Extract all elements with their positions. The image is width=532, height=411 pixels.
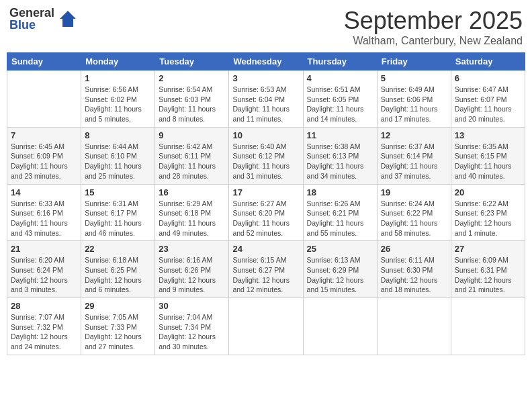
day-info: Sunrise: 6:15 AMSunset: 6:27 PMDaylight:…	[232, 255, 299, 295]
calendar-cell: 30Sunrise: 7:04 AMSunset: 7:34 PMDayligh…	[155, 298, 229, 355]
calendar-cell: 5Sunrise: 6:49 AMSunset: 6:06 PMDaylight…	[377, 71, 451, 128]
day-number: 25	[307, 244, 373, 254]
calendar-cell: 2Sunrise: 6:54 AMSunset: 6:03 PMDaylight…	[155, 71, 229, 128]
day-info: Sunrise: 6:33 AMSunset: 6:16 PMDaylight:…	[11, 199, 77, 238]
calendar-cell: 23Sunrise: 6:16 AMSunset: 6:26 PMDayligh…	[155, 241, 229, 298]
calendar-cell: 17Sunrise: 6:27 AMSunset: 6:20 PMDayligh…	[229, 184, 303, 241]
calendar-cell: 10Sunrise: 6:40 AMSunset: 6:12 PMDayligh…	[229, 127, 303, 184]
calendar-week-row: 1Sunrise: 6:56 AMSunset: 6:02 PMDaylight…	[7, 71, 525, 128]
day-info: Sunrise: 6:53 AMSunset: 6:04 PMDaylight:…	[232, 85, 299, 124]
calendar-cell: 24Sunrise: 6:15 AMSunset: 6:27 PMDayligh…	[229, 241, 303, 298]
day-number: 11	[307, 130, 373, 140]
day-info: Sunrise: 6:31 AMSunset: 6:17 PMDaylight:…	[85, 199, 151, 238]
day-number: 2	[159, 73, 225, 83]
day-number: 16	[159, 187, 225, 197]
day-info: Sunrise: 6:45 AMSunset: 6:09 PMDaylight:…	[11, 142, 77, 181]
day-number: 15	[85, 187, 151, 197]
day-number: 6	[455, 73, 521, 83]
day-number: 8	[85, 130, 151, 140]
day-info: Sunrise: 6:42 AMSunset: 6:11 PMDaylight:…	[159, 142, 225, 181]
calendar-cell: 11Sunrise: 6:38 AMSunset: 6:13 PMDayligh…	[303, 127, 377, 184]
svg-marker-0	[60, 11, 76, 27]
calendar-week-row: 21Sunrise: 6:20 AMSunset: 6:24 PMDayligh…	[7, 241, 525, 298]
day-number: 29	[85, 301, 151, 311]
calendar-cell: 9Sunrise: 6:42 AMSunset: 6:11 PMDaylight…	[155, 127, 229, 184]
day-info: Sunrise: 6:18 AMSunset: 6:25 PMDaylight:…	[85, 255, 151, 295]
day-info: Sunrise: 6:11 AMSunset: 6:30 PMDaylight:…	[381, 255, 447, 295]
weekday-header: Sunday	[7, 53, 81, 71]
calendar-cell: 28Sunrise: 7:07 AMSunset: 7:32 PMDayligh…	[7, 298, 81, 355]
calendar-week-row: 14Sunrise: 6:33 AMSunset: 6:16 PMDayligh…	[7, 184, 525, 241]
day-info: Sunrise: 6:51 AMSunset: 6:05 PMDaylight:…	[307, 85, 373, 124]
logo-icon	[58, 9, 77, 28]
day-number: 1	[85, 73, 151, 83]
calendar-cell: 19Sunrise: 6:24 AMSunset: 6:22 PMDayligh…	[377, 184, 451, 241]
calendar-week-row: 28Sunrise: 7:07 AMSunset: 7:32 PMDayligh…	[7, 298, 525, 355]
day-number: 24	[232, 244, 299, 254]
calendar-cell: 1Sunrise: 6:56 AMSunset: 6:02 PMDaylight…	[81, 71, 155, 128]
day-number: 3	[232, 73, 299, 83]
day-number: 19	[381, 187, 447, 197]
day-info: Sunrise: 6:38 AMSunset: 6:13 PMDaylight:…	[307, 142, 373, 181]
calendar-cell: 12Sunrise: 6:37 AMSunset: 6:14 PMDayligh…	[377, 127, 451, 184]
calendar-cell	[303, 298, 377, 355]
calendar-cell: 15Sunrise: 6:31 AMSunset: 6:17 PMDayligh…	[81, 184, 155, 241]
day-info: Sunrise: 6:26 AMSunset: 6:21 PMDaylight:…	[307, 199, 373, 238]
day-number: 7	[11, 130, 77, 140]
day-info: Sunrise: 6:16 AMSunset: 6:26 PMDaylight:…	[159, 255, 225, 295]
calendar-cell: 29Sunrise: 7:05 AMSunset: 7:33 PMDayligh…	[81, 298, 155, 355]
calendar-cell: 25Sunrise: 6:13 AMSunset: 6:29 PMDayligh…	[303, 241, 377, 298]
day-info: Sunrise: 6:56 AMSunset: 6:02 PMDaylight:…	[85, 85, 151, 124]
weekday-header: Friday	[377, 53, 451, 71]
day-info: Sunrise: 7:07 AMSunset: 7:32 PMDaylight:…	[11, 312, 77, 352]
location-title: Waltham, Canterbury, New Zealand	[344, 35, 523, 47]
day-number: 14	[11, 187, 77, 197]
day-info: Sunrise: 6:13 AMSunset: 6:29 PMDaylight:…	[307, 255, 373, 295]
day-number: 10	[232, 130, 299, 140]
day-number: 27	[455, 244, 521, 254]
calendar-cell: 4Sunrise: 6:51 AMSunset: 6:05 PMDaylight…	[303, 71, 377, 128]
weekday-header: Saturday	[451, 53, 525, 71]
weekday-header: Wednesday	[229, 53, 303, 71]
calendar-week-row: 7Sunrise: 6:45 AMSunset: 6:09 PMDaylight…	[7, 127, 525, 184]
day-info: Sunrise: 6:24 AMSunset: 6:22 PMDaylight:…	[381, 199, 447, 238]
day-number: 28	[11, 301, 77, 311]
calendar-cell: 26Sunrise: 6:11 AMSunset: 6:30 PMDayligh…	[377, 241, 451, 298]
day-info: Sunrise: 6:20 AMSunset: 6:24 PMDaylight:…	[11, 255, 77, 295]
calendar-cell: 22Sunrise: 6:18 AMSunset: 6:25 PMDayligh…	[81, 241, 155, 298]
day-number: 9	[159, 130, 225, 140]
calendar-cell	[377, 298, 451, 355]
day-info: Sunrise: 6:47 AMSunset: 6:07 PMDaylight:…	[455, 85, 521, 124]
day-number: 22	[85, 244, 151, 254]
weekday-header: Thursday	[303, 53, 377, 71]
title-section: September 2025 Waltham, Canterbury, New …	[344, 7, 523, 47]
calendar-cell: 13Sunrise: 6:35 AMSunset: 6:15 PMDayligh…	[451, 127, 525, 184]
day-info: Sunrise: 6:44 AMSunset: 6:10 PMDaylight:…	[85, 142, 151, 181]
day-info: Sunrise: 6:09 AMSunset: 6:31 PMDaylight:…	[455, 255, 521, 295]
calendar-cell: 3Sunrise: 6:53 AMSunset: 6:04 PMDaylight…	[229, 71, 303, 128]
day-number: 5	[381, 73, 447, 83]
logo: General Blue	[9, 7, 77, 31]
month-title: September 2025	[344, 7, 523, 35]
day-number: 21	[11, 244, 77, 254]
calendar-cell: 27Sunrise: 6:09 AMSunset: 6:31 PMDayligh…	[451, 241, 525, 298]
page-header: General Blue September 2025 Waltham, Can…	[7, 7, 525, 47]
calendar-cell: 16Sunrise: 6:29 AMSunset: 6:18 PMDayligh…	[155, 184, 229, 241]
day-info: Sunrise: 7:05 AMSunset: 7:33 PMDaylight:…	[85, 312, 151, 352]
day-info: Sunrise: 6:54 AMSunset: 6:03 PMDaylight:…	[159, 85, 225, 124]
calendar-cell	[229, 298, 303, 355]
calendar-cell: 18Sunrise: 6:26 AMSunset: 6:21 PMDayligh…	[303, 184, 377, 241]
calendar-cell: 14Sunrise: 6:33 AMSunset: 6:16 PMDayligh…	[7, 184, 81, 241]
day-number: 30	[159, 301, 225, 311]
calendar-cell: 6Sunrise: 6:47 AMSunset: 6:07 PMDaylight…	[451, 71, 525, 128]
day-number: 17	[232, 187, 299, 197]
day-info: Sunrise: 6:35 AMSunset: 6:15 PMDaylight:…	[455, 142, 521, 181]
day-info: Sunrise: 6:29 AMSunset: 6:18 PMDaylight:…	[159, 199, 225, 238]
weekday-header-row: SundayMondayTuesdayWednesdayThursdayFrid…	[7, 53, 525, 71]
calendar-cell	[7, 71, 81, 128]
day-info: Sunrise: 7:04 AMSunset: 7:34 PMDaylight:…	[159, 312, 225, 352]
calendar-table: SundayMondayTuesdayWednesdayThursdayFrid…	[7, 52, 525, 355]
day-number: 23	[159, 244, 225, 254]
weekday-header: Monday	[81, 53, 155, 71]
day-number: 4	[307, 73, 373, 83]
